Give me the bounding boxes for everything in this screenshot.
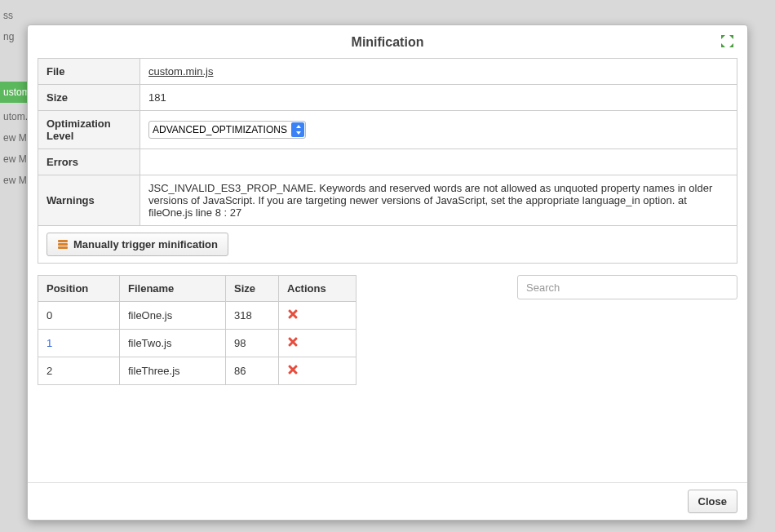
delete-icon[interactable] [287, 364, 299, 375]
minification-modal: Minification File custom.min.js Size 181… [27, 24, 748, 521]
files-header-actions: Actions [279, 276, 356, 302]
stack-icon [57, 239, 69, 250]
cell-actions [279, 302, 356, 330]
cell-position: 2 [38, 357, 120, 385]
close-button[interactable]: Close [688, 490, 737, 513]
files-table: Position Filename Size Actions 0 fileOne… [38, 275, 356, 385]
cell-filename: fileTwo.js [120, 330, 226, 357]
files-header-filename: Filename [120, 276, 226, 302]
bg-text: ew M [0, 170, 30, 191]
info-label-warnings: Warnings [38, 175, 140, 226]
info-label-errors: Errors [38, 149, 140, 175]
cell-filename: fileOne.js [120, 302, 226, 330]
info-value-warnings: JSC_INVALID_ES3_PROP_NAME. Keywords and … [140, 175, 737, 226]
table-row: 0 fileOne.js 318 [38, 302, 356, 330]
info-table: File custom.min.js Size 181 Optimization… [38, 58, 737, 264]
cell-size: 98 [226, 330, 279, 357]
table-row: 2 fileThree.js 86 [38, 357, 356, 385]
bg-text: ss [0, 5, 16, 26]
table-row: 1 fileTwo.js 98 [38, 330, 356, 357]
info-value-optimization: ADVANCED_OPTIMIZATIONS [140, 111, 737, 149]
info-label-size: Size [38, 85, 140, 111]
position-link[interactable]: 1 [46, 337, 52, 349]
search-input[interactable] [517, 275, 737, 299]
lower-left: Position Filename Size Actions 0 fileOne… [38, 275, 356, 385]
info-label-file: File [38, 59, 140, 85]
bg-text: ng [0, 26, 17, 47]
cell-position: 1 [38, 330, 120, 357]
lower-right [373, 275, 737, 299]
info-value-errors [140, 149, 737, 175]
bg-text: ew M [0, 127, 30, 149]
modal-title: Minification [352, 35, 424, 49]
file-link[interactable]: custom.min.js [148, 65, 213, 78]
info-action-cell: Manually trigger minification [38, 226, 737, 264]
modal-footer: Close [28, 482, 747, 520]
modal-body: File custom.min.js Size 181 Optimization… [28, 58, 747, 482]
bg-text: ew M [0, 149, 30, 170]
files-header-position: Position [38, 276, 120, 302]
files-header-size: Size [226, 276, 279, 302]
modal-header: Minification [28, 25, 747, 58]
cell-size: 318 [226, 302, 279, 330]
cell-position: 0 [38, 302, 120, 330]
lower-area: Position Filename Size Actions 0 fileOne… [38, 275, 737, 385]
close-button-label: Close [698, 495, 727, 508]
trigger-minification-label: Manually trigger minification [73, 238, 218, 250]
cell-actions [279, 330, 356, 357]
cell-filename: fileThree.js [120, 357, 226, 385]
delete-icon[interactable] [287, 308, 299, 320]
cell-actions [279, 357, 356, 385]
delete-icon[interactable] [287, 336, 299, 348]
trigger-minification-button[interactable]: Manually trigger minification [46, 233, 228, 256]
info-label-optimization: Optimization Level [38, 111, 140, 149]
optimization-select-wrap[interactable]: ADVANCED_OPTIMIZATIONS [148, 121, 306, 139]
fullscreen-icon[interactable] [721, 35, 736, 50]
info-value-file: custom.min.js [140, 59, 737, 85]
cell-size: 86 [226, 357, 279, 385]
optimization-select[interactable]: ADVANCED_OPTIMIZATIONS [148, 121, 306, 139]
info-value-size: 181 [140, 85, 737, 111]
